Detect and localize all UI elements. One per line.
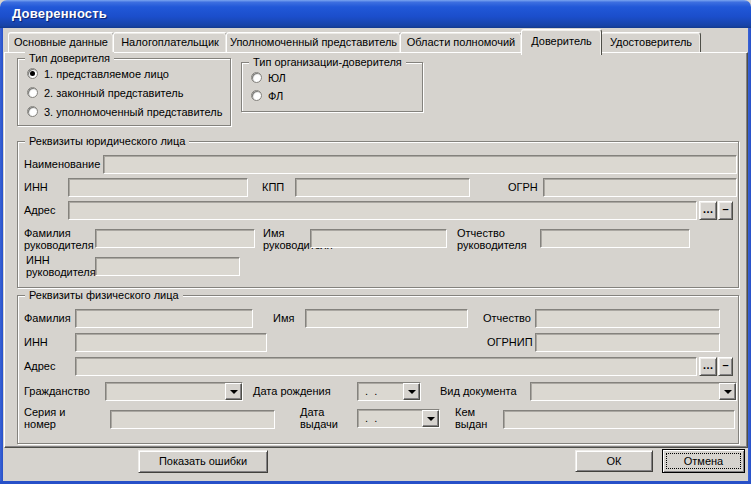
individual-patronymic-label: Отчество xyxy=(483,312,531,324)
group-org-type: Тип организации-доверителя xyxy=(241,62,423,112)
legal-name-field[interactable] xyxy=(103,155,737,174)
birthdate-dropdown[interactable]: . . xyxy=(357,382,421,401)
individual-address-label: Адрес xyxy=(24,360,56,372)
individual-inn-field[interactable] xyxy=(75,333,267,352)
doverennost-dialog: Доверенность Основные данные Налогоплате… xyxy=(0,0,751,484)
individual-inn-label: ИНН xyxy=(24,336,48,348)
chevron-down-icon[interactable] xyxy=(422,410,439,427)
individual-name-field[interactable] xyxy=(305,309,468,328)
dropdown-value: . . xyxy=(362,412,377,424)
head-inn-field[interactable] xyxy=(95,257,240,276)
issued-by-label: Кем выдан xyxy=(455,406,487,430)
legal-kpp-label: КПП xyxy=(262,181,284,193)
chevron-down-icon[interactable] xyxy=(719,383,736,400)
series-number-label: Серия и номер xyxy=(24,406,65,430)
citizenship-dropdown[interactable] xyxy=(105,382,243,401)
group-org-type-title: Тип организации-доверителя xyxy=(249,56,406,68)
minus-icon: – xyxy=(722,359,728,371)
birthdate-label: Дата рождения xyxy=(253,385,331,397)
radio-label: 2. законный представитель xyxy=(44,87,183,99)
legal-inn-field[interactable] xyxy=(68,178,248,197)
legal-name-label: Наименование xyxy=(24,158,100,170)
individual-patronymic-field[interactable] xyxy=(535,309,720,328)
ellipsis-icon: … xyxy=(703,359,714,371)
series-number-field[interactable] xyxy=(110,410,275,429)
legal-address-label: Адрес xyxy=(24,204,56,216)
issue-date-label: Дата выдачи xyxy=(300,406,338,430)
radio-icon xyxy=(251,72,262,83)
head-inn-label: ИНН руководителя xyxy=(26,254,96,278)
chevron-down-icon[interactable] xyxy=(225,383,242,400)
ellipsis-icon: … xyxy=(703,203,714,215)
legal-ogrn-label: ОГРН xyxy=(508,181,538,193)
individual-surname-label: Фамилия xyxy=(24,312,71,324)
legal-kpp-field[interactable] xyxy=(295,178,470,197)
window-frame-left xyxy=(0,28,3,484)
cancel-button[interactable]: Отмена xyxy=(662,449,745,473)
head-surname-label: Фамилия руководителя xyxy=(24,227,94,251)
issued-by-field[interactable] xyxy=(503,410,735,429)
group-legal-entity-title: Реквизиты юридического лица xyxy=(25,135,189,147)
individual-surname-field[interactable] xyxy=(75,309,253,328)
legal-address-browse-button[interactable]: … xyxy=(699,201,717,220)
doc-type-label: Вид документа xyxy=(440,385,517,397)
issue-date-dropdown[interactable]: . . xyxy=(357,409,440,428)
individual-address-browse-button[interactable]: … xyxy=(699,357,717,376)
doc-type-dropdown[interactable] xyxy=(530,382,737,401)
citizenship-label: Гражданство xyxy=(24,385,90,397)
radio-icon xyxy=(27,106,38,117)
legal-ogrn-field[interactable] xyxy=(543,178,737,197)
tab-nalogoplatelshchik[interactable]: Налогоплательщик xyxy=(113,32,227,54)
ok-button[interactable]: ОК xyxy=(575,450,653,472)
head-patronymic-field[interactable] xyxy=(540,229,690,248)
show-errors-button[interactable]: Показать ошибки xyxy=(138,450,268,473)
legal-address-field[interactable] xyxy=(68,201,697,220)
tab-osnovnye-dannye[interactable]: Основные данные xyxy=(8,32,114,54)
head-name-field[interactable] xyxy=(310,229,447,248)
group-individual-title: Реквизиты физического лица xyxy=(25,289,183,301)
radio-label: ФЛ xyxy=(268,90,283,102)
window-title: Доверенность xyxy=(12,6,107,21)
radio-label: 1. представляемое лицо xyxy=(44,68,169,80)
individual-ogrnip-label: ОГРНИП xyxy=(487,336,533,348)
tab-udostoveritel[interactable]: Удостоверитель xyxy=(601,32,701,54)
tab-upolnomochennyj-predstavitel[interactable]: Уполномоченный представитель xyxy=(226,32,401,54)
individual-ogrnip-field[interactable] xyxy=(535,333,720,352)
head-patronymic-label: Отчество руководителя xyxy=(457,227,527,251)
legal-inn-label: ИНН xyxy=(24,181,48,193)
minus-icon: – xyxy=(722,203,728,215)
group-principal-type-title: Тип доверителя xyxy=(25,52,114,64)
radio-checked-icon xyxy=(27,68,38,79)
individual-address-field[interactable] xyxy=(75,357,697,376)
radio-label: ЮЛ xyxy=(268,72,286,84)
radio-icon xyxy=(27,87,38,98)
dropdown-value: . . xyxy=(362,385,377,397)
radio-icon xyxy=(251,90,262,101)
tab-oblasti-polnomochij[interactable]: Области полномочий xyxy=(400,32,522,54)
legal-address-clear-button[interactable]: – xyxy=(718,201,733,220)
title-bar[interactable]: Доверенность xyxy=(0,0,751,28)
individual-address-clear-button[interactable]: – xyxy=(718,357,733,376)
individual-name-label: Имя xyxy=(273,312,294,324)
chevron-down-icon[interactable] xyxy=(403,383,420,400)
head-surname-field[interactable] xyxy=(95,229,255,248)
tab-doveritel[interactable]: Доверитель xyxy=(521,29,602,55)
radio-label: 3. уполномоченный представитель xyxy=(44,106,222,118)
